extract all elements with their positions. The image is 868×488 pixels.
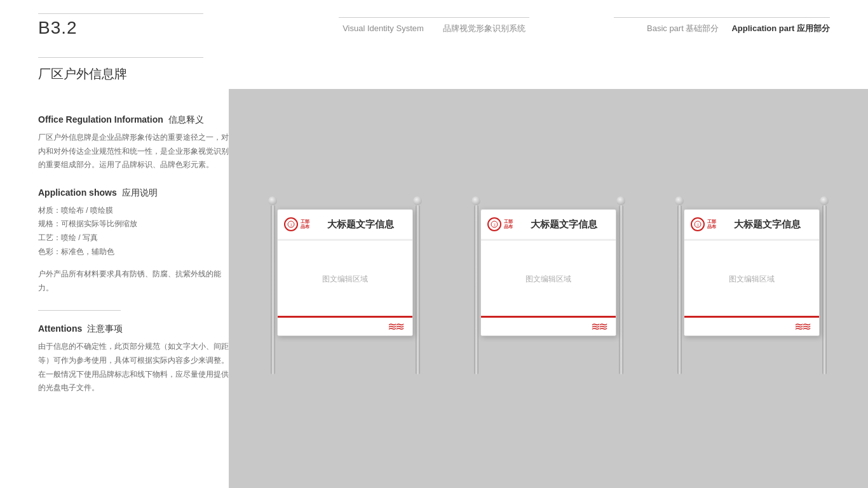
subtitle-line [38,57,203,58]
header-title-line [38,13,203,14]
sign-unit-3: 工 工部品布 大标题文字信息 图文编辑区域 ≋≋ [660,196,844,381]
right-pole-2 [616,196,625,374]
illustration-area: 工 工部品布 大标题文字信息 图文编辑区域 ≋≋ [229,89,868,488]
header-basic-label: Basic part 基础部分 [647,23,719,34]
app-lines: 材质：喷绘布 / 喷绘膜 规格：可根据实际等比例缩放 工艺：喷绘 / 写真 色彩… [38,204,229,259]
svg-text:工: 工 [290,223,293,227]
right-pole-3 [820,196,829,374]
left-content: Office Regulation Information 信息释义 厂区户外信… [38,114,229,410]
pole-shaft-left-2 [474,205,478,374]
header-right-labels: Basic part 基础部分 Application part 应用部分 [647,23,830,34]
header-app-label: Application part 应用部分 [731,23,830,34]
app-section: Application shows 应用说明 材质：喷绘布 / 喷绘膜 规格：可… [38,187,229,295]
pole-ball-left-2 [471,196,480,205]
header-right-line [614,17,830,18]
sign-board-footer-2: ≋≋ [481,318,616,336]
sign-logo-text-1: 工部品布 [301,219,309,230]
att-title-en: Attentions [38,323,82,334]
header-center-en: Visual Identity System [342,24,424,33]
att-text: 由于信息的不确定性，此页部分规范（如文字大小、间距等）可作为参考使用，具体可根据… [38,340,229,395]
sign-logo-2: 工 工部品布 [487,215,526,234]
pole-ball-right-1 [413,196,422,205]
sign-logo-icon-2: 工 [487,217,501,231]
left-pole-1 [268,196,277,374]
sign-board-title-3: 大标题文字信息 [734,219,801,231]
sign-body-text-2: 图文编辑区域 [526,274,571,285]
att-title-cn: 注意事项 [87,323,123,335]
app-line-4: 色彩：标准色，辅助色 [38,245,229,259]
info-text: 厂区户外信息牌是企业品牌形象传达的重要途径之一，对内和对外传达企业规范性和统一性… [38,131,229,172]
signs-container: 工 工部品布 大标题文字信息 图文编辑区域 ≋≋ [250,196,847,381]
sign-unit-1: 工 工部品布 大标题文字信息 图文编辑区域 ≋≋ [253,196,437,381]
sign-board-3: 工 工部品布 大标题文字信息 图文编辑区域 ≋≋ [684,209,820,336]
header-center-line [339,17,529,18]
sign-logo-text-2: 工部品布 [504,219,513,230]
sign-board-top-bar-3: 工 工部品布 大标题文字信息 [684,210,819,240]
sign-body-text-1: 图文编辑区域 [322,274,368,285]
pole-shaft-right-2 [619,205,623,374]
app-line-2: 规格：可根据实际等比例缩放 [38,217,229,231]
subtitle-text: 厂区户外信息牌 [38,65,203,83]
app-title-en: Application shows [38,187,117,198]
pole-ball-right-2 [616,196,625,205]
info-section-title: Office Regulation Information 信息释义 [38,114,229,126]
header-center-cn: 品牌视觉形象识别系统 [443,23,526,34]
left-pole-2 [471,196,480,374]
sign-board-top-bar-1: 工 工部品布 大标题文字信息 [278,210,412,240]
sign-decoration-3: ≋≋ [794,320,810,334]
sign-board-1: 工 工部品布 大标题文字信息 图文编辑区域 ≋≋ [277,209,413,336]
sign-logo-3: 工 工部品布 [691,215,729,234]
header-left: B3.2 [38,13,254,38]
header-center-labels: Visual Identity System 品牌视觉形象识别系统 [342,23,526,34]
svg-text:工: 工 [493,223,496,227]
pole-shaft-right-3 [822,205,827,374]
app-section-title: Application shows 应用说明 [38,187,229,199]
app-title-cn: 应用说明 [122,187,158,199]
sign-board-body-1: 图文编辑区域 [278,241,412,317]
sign-logo-icon-1: 工 [284,217,298,231]
sign-body-text-3: 图文编辑区域 [729,274,775,285]
right-pole-1 [413,196,422,374]
app-line-3: 工艺：喷绘 / 写真 [38,231,229,245]
att-section: Attentions 注意事项 由于信息的不确定性，此页部分规范（如文字大小、间… [38,323,229,395]
subtitle-area: 厂区户外信息牌 [38,57,203,83]
svg-text:工: 工 [696,223,700,227]
sign-board-2: 工 工部品布 大标题文字信息 图文编辑区域 ≋≋ [480,209,616,336]
sign-board-footer-1: ≋≋ [278,318,412,336]
left-pole-3 [675,196,684,374]
sign-decoration-1: ≋≋ [388,320,403,334]
att-section-title: Attentions 注意事项 [38,323,229,335]
pole-ball-left-1 [268,196,277,205]
page-header: B3.2 Visual Identity System 品牌视觉形象识别系统 B… [0,0,868,51]
sign-board-body-2: 图文编辑区域 [481,241,616,317]
sign-board-title-2: 大标题文字信息 [531,219,597,231]
pole-ball-right-3 [820,196,829,205]
info-section: Office Regulation Information 信息释义 厂区户外信… [38,114,229,172]
sign-board-footer-3: ≋≋ [684,318,819,336]
header-center: Visual Identity System 品牌视觉形象识别系统 [254,17,614,34]
header-right: Basic part 基础部分 Application part 应用部分 [614,17,830,34]
sign-decoration-2: ≋≋ [591,320,606,334]
section-divider [38,310,121,311]
info-title-cn: 信息释义 [168,114,204,126]
pole-shaft-right-1 [416,205,420,374]
sign-logo-1: 工 工部品布 [284,215,322,234]
page-title: B3.2 [38,18,254,38]
sign-logo-icon-3: 工 [691,217,705,231]
app-extra: 户外产品所有材料要求具有防锈、防腐、抗紫外线的能力。 [38,268,229,295]
sign-board-top-bar-2: 工 工部品布 大标题文字信息 [481,210,616,240]
sign-logo-text-3: 工部品布 [707,219,716,230]
sign-unit-2: 工 工部品布 大标题文字信息 图文编辑区域 ≋≋ [456,196,641,381]
sign-board-body-3: 图文编辑区域 [684,241,819,317]
pole-shaft-left-1 [271,205,275,374]
app-line-1: 材质：喷绘布 / 喷绘膜 [38,204,229,218]
pole-shaft-left-3 [677,205,682,374]
sign-board-title-1: 大标题文字信息 [327,219,394,231]
pole-ball-left-3 [675,196,684,205]
info-title-en: Office Regulation Information [38,114,163,125]
